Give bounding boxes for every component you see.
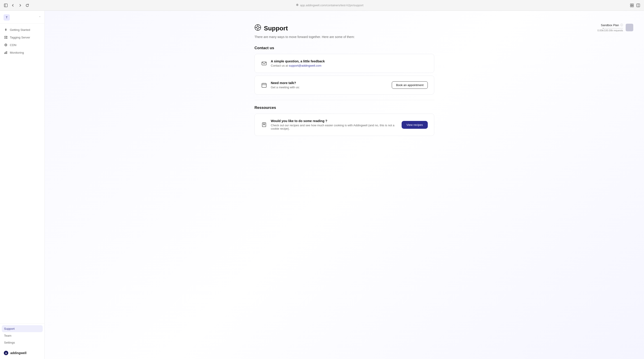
rocket-icon (4, 28, 8, 32)
info-icon: ⓘ (620, 23, 623, 27)
page-title-row: Support (254, 24, 434, 32)
sidebar-bottom: Support Team Settings (0, 323, 44, 348)
resources-section-header: Ressources (254, 106, 434, 110)
sidebar: T ⌃ Getting Started (0, 11, 45, 359)
book-appointment-button[interactable]: Book an appointment (392, 81, 428, 89)
svg-rect-2 (630, 4, 632, 5)
sidebar-bottom-label: Support (4, 327, 14, 330)
email-card-title: A simple question, a little feedback (271, 60, 428, 63)
bar-chart-icon (4, 51, 8, 54)
server-icon (4, 36, 8, 39)
sidebar-item-cdn[interactable]: CDN (2, 41, 43, 48)
sidebar-item-label: Monitoring (10, 51, 24, 54)
reload-btn[interactable] (25, 3, 30, 8)
contact-section-header: Contact us (254, 46, 434, 50)
plan-area: Sandbox Plan ⓘ 0.00k/100.00k requests (598, 23, 633, 32)
sidebar-nav: Getting Started Tagging Server (0, 24, 44, 323)
recipes-card-desc: Check out our recipes and see how much e… (271, 124, 398, 130)
email-card: A simple question, a little feedback Con… (254, 54, 434, 73)
svg-rect-28 (262, 84, 266, 88)
svg-point-11 (7, 36, 7, 37)
back-btn[interactable] (11, 3, 15, 8)
url-text: app.addingwell.com/containers/test-h2pn/… (300, 4, 363, 7)
sidebar-item-tagging-server[interactable]: Tagging Server (2, 34, 43, 41)
meeting-card-content: Need more talk? Get a meeting with us: (271, 81, 388, 89)
recipes-card-title: Would you like to do some reading ? (271, 119, 398, 123)
support-email-link[interactable]: support@addingwell.com (289, 64, 321, 67)
sidebar-item-label: Tagging Server (10, 36, 30, 39)
content-inner: Support There are many ways to move forw… (244, 11, 445, 152)
sidebar-toggle-btn[interactable] (4, 3, 8, 8)
forward-btn[interactable] (18, 3, 22, 8)
svg-rect-5 (632, 6, 634, 7)
view-recipes-button[interactable]: View recipes (402, 121, 428, 129)
plan-requests: 0.00k/100.00k requests (598, 29, 623, 32)
svg-rect-16 (4, 53, 5, 54)
meeting-card: Need more talk? Get a meeting with us: B… (254, 76, 434, 94)
sidebar-item-label: Getting Started (10, 28, 30, 32)
sidebar-item-settings[interactable]: Settings (2, 339, 43, 346)
workspace-avatar: T (4, 14, 10, 20)
meeting-card-desc: Get a meeting with us: (271, 86, 388, 89)
workspace-chevron: ⌃ (39, 16, 41, 19)
page-title: Support (264, 25, 288, 32)
meeting-card-title: Need more talk? (271, 81, 388, 85)
sidebar-item-team[interactable]: Team (2, 332, 43, 339)
recipes-card-action: View recipes (402, 121, 428, 129)
book-icon (261, 122, 267, 128)
support-page-icon (254, 24, 261, 32)
meeting-card-action: Book an appointment (392, 81, 428, 89)
sidebar-item-label: CDN (10, 43, 16, 47)
user-avatar[interactable] (626, 24, 633, 31)
svg-rect-17 (5, 52, 6, 54)
svg-rect-4 (630, 6, 632, 7)
plan-info: Sandbox Plan ⓘ 0.00k/100.00k requests (598, 23, 623, 32)
sidebar-item-support[interactable]: Support (2, 325, 43, 332)
app-layout: T ⌃ Getting Started (0, 11, 644, 359)
sidebar-header[interactable]: T ⌃ (0, 11, 44, 24)
section-divider (254, 100, 434, 100)
recipes-card: Would you like to do some reading ? Chec… (254, 114, 434, 136)
sidebar-logo: A addingwell (0, 348, 44, 359)
plan-name-row: Sandbox Plan ⓘ (601, 23, 623, 27)
logo-text: addingwell (10, 351, 26, 355)
calendar-icon (261, 82, 267, 88)
globe-icon (4, 43, 8, 47)
svg-point-8 (6, 30, 6, 30)
main-content: Sandbox Plan ⓘ 0.00k/100.00k requests (45, 11, 644, 359)
sidebar-bottom-label: Team (4, 334, 12, 337)
addingwell-logo-icon: A (4, 350, 8, 356)
plan-progress-fill (603, 28, 603, 28)
split-view-btn[interactable] (636, 3, 640, 8)
extensions-btn[interactable] (630, 3, 634, 8)
mail-icon (261, 60, 267, 66)
email-card-content: A simple question, a little feedback Con… (271, 60, 428, 67)
recipes-card-content: Would you like to do some reading ? Chec… (271, 119, 398, 130)
plan-progress-bar (603, 28, 623, 28)
sidebar-bottom-label: Settings (4, 341, 15, 344)
email-card-desc: Contact us at support@addingwell.com (271, 64, 428, 67)
plan-name-text: Sandbox Plan (601, 24, 619, 27)
sidebar-item-getting-started[interactable]: Getting Started (2, 26, 43, 33)
svg-text:A: A (5, 352, 7, 354)
sidebar-item-monitoring[interactable]: Monitoring (2, 49, 43, 56)
svg-rect-18 (6, 52, 7, 54)
svg-point-22 (257, 26, 259, 28)
url-bar: app.addingwell.com/containers/test-h2pn/… (32, 4, 627, 7)
svg-rect-3 (632, 4, 634, 5)
browser-chrome: app.addingwell.com/containers/test-h2pn/… (0, 0, 644, 11)
svg-rect-0 (4, 4, 8, 7)
page-subtitle: There are many ways to move forward toge… (254, 35, 434, 39)
browser-actions (630, 3, 640, 8)
svg-point-12 (7, 38, 7, 38)
